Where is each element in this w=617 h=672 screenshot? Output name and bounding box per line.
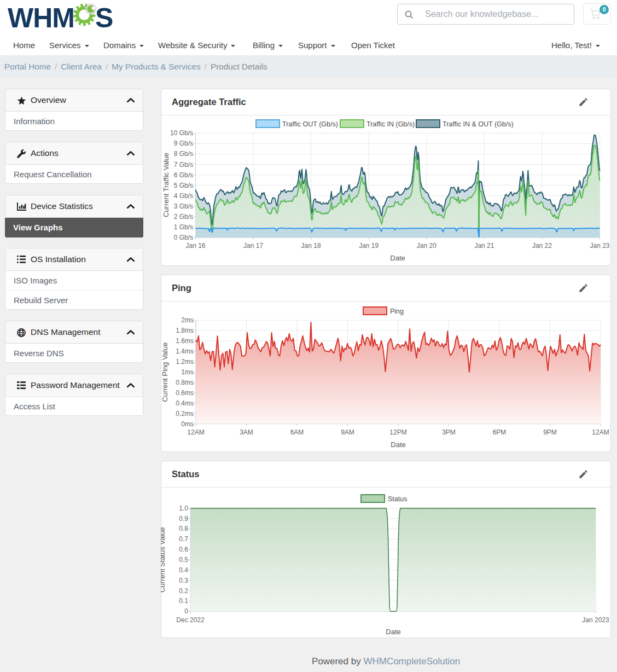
- svg-text:0.4ms: 0.4ms: [176, 399, 194, 407]
- svg-text:0.2ms: 0.2ms: [176, 410, 194, 418]
- svg-text:Traffic OUT (Gb/s): Traffic OUT (Gb/s): [282, 120, 338, 128]
- svg-text:2 Gb/s: 2 Gb/s: [174, 213, 193, 221]
- svg-text:Jan 19: Jan 19: [359, 242, 379, 250]
- svg-text:5 Gb/s: 5 Gb/s: [174, 182, 193, 189]
- svg-text:1 Gb/s: 1 Gb/s: [174, 223, 193, 231]
- svg-text:Current Traffic Value: Current Traffic Value: [162, 153, 170, 217]
- svg-text:S: S: [95, 3, 113, 27]
- svg-text:Jan 22: Jan 22: [532, 242, 552, 250]
- svg-text:Current Status Value: Current Status Value: [161, 527, 166, 593]
- svg-text:6AM: 6AM: [290, 428, 304, 436]
- svg-text:Jan 18: Jan 18: [301, 242, 321, 250]
- svg-text:0.7: 0.7: [179, 535, 188, 543]
- svg-text:WHM: WHM: [8, 3, 74, 27]
- svg-text:6 Gb/s: 6 Gb/s: [174, 171, 193, 179]
- svg-text:12AM: 12AM: [187, 428, 204, 436]
- svg-text:0: 0: [184, 607, 188, 615]
- svg-text:8 Gb/s: 8 Gb/s: [174, 150, 193, 158]
- svg-text:0.9: 0.9: [179, 515, 188, 523]
- svg-text:10 Gb/s: 10 Gb/s: [170, 129, 193, 137]
- svg-text:Jan 16: Jan 16: [185, 242, 205, 250]
- svg-text:3 Gb/s: 3 Gb/s: [174, 202, 193, 210]
- svg-text:9PM: 9PM: [543, 428, 557, 436]
- svg-text:9 Gb/s: 9 Gb/s: [174, 140, 193, 147]
- svg-text:Traffic IN (Gb/s): Traffic IN (Gb/s): [366, 120, 415, 128]
- svg-text:0.1: 0.1: [179, 597, 188, 605]
- svg-text:0.6: 0.6: [179, 546, 188, 553]
- svg-text:12AM: 12AM: [592, 428, 609, 436]
- svg-text:1ms: 1ms: [181, 368, 194, 376]
- svg-text:1.0: 1.0: [179, 505, 188, 512]
- svg-text:4 Gb/s: 4 Gb/s: [174, 192, 193, 200]
- svg-text:6PM: 6PM: [493, 428, 507, 436]
- svg-text:1.2ms: 1.2ms: [176, 358, 194, 366]
- svg-text:Current Ping Value: Current Ping Value: [161, 343, 169, 402]
- svg-text:0.6ms: 0.6ms: [176, 389, 194, 397]
- svg-text:0 Gb/s: 0 Gb/s: [174, 234, 193, 241]
- svg-text:7 Gb/s: 7 Gb/s: [174, 161, 193, 169]
- svg-text:0ms: 0ms: [181, 420, 194, 428]
- svg-text:1.8ms: 1.8ms: [176, 327, 194, 334]
- svg-text:1.6ms: 1.6ms: [176, 337, 194, 345]
- svg-text:Jan 20: Jan 20: [417, 242, 436, 250]
- svg-text:Jan 23: Jan 23: [590, 242, 609, 250]
- svg-text:Status: Status: [388, 495, 407, 503]
- svg-text:9AM: 9AM: [341, 428, 354, 436]
- svg-text:Dec 2022: Dec 2022: [176, 616, 205, 624]
- svg-text:0.8ms: 0.8ms: [176, 379, 194, 386]
- svg-text:0.4: 0.4: [179, 566, 188, 574]
- svg-text:Jan 21: Jan 21: [474, 242, 494, 250]
- svg-text:Ping: Ping: [390, 308, 404, 315]
- svg-text:Jan 17: Jan 17: [243, 242, 263, 250]
- svg-text:0.5: 0.5: [179, 556, 188, 564]
- svg-text:3AM: 3AM: [240, 428, 253, 436]
- svg-text:12PM: 12PM: [389, 428, 406, 436]
- svg-text:0.2: 0.2: [179, 587, 188, 595]
- svg-text:3PM: 3PM: [442, 428, 456, 436]
- svg-text:1.4ms: 1.4ms: [176, 347, 194, 355]
- svg-text:2ms: 2ms: [181, 316, 194, 324]
- svg-text:Date: Date: [390, 254, 405, 262]
- svg-text:Date: Date: [391, 441, 405, 449]
- svg-text:Traffic IN & OUT (Gb/s): Traffic IN & OUT (Gb/s): [443, 120, 514, 128]
- svg-text:Date: Date: [386, 628, 400, 636]
- svg-text:Jan 2023: Jan 2023: [582, 616, 609, 624]
- svg-text:0.3: 0.3: [179, 577, 188, 584]
- svg-text:0.8: 0.8: [179, 525, 188, 532]
